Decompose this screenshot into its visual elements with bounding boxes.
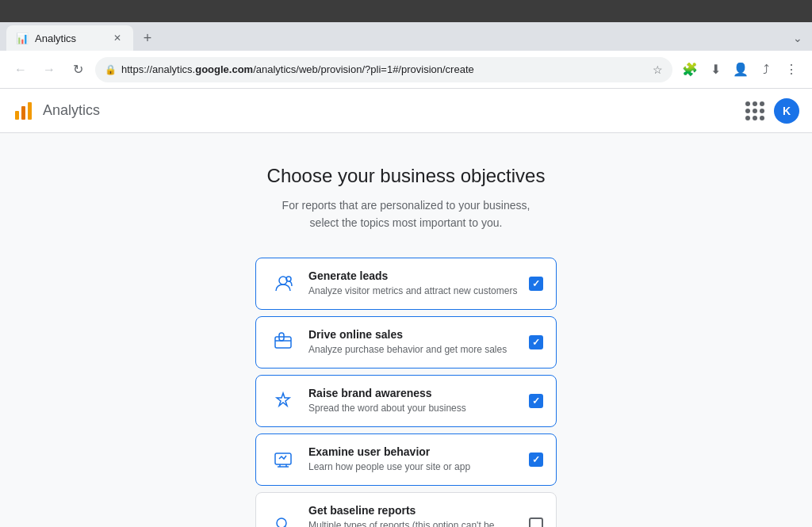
- bookmark-icon[interactable]: ☆: [653, 63, 663, 76]
- menu-button[interactable]: ⋮: [780, 59, 802, 81]
- objective-raise-brand-awareness[interactable]: Raise brand awareness Spread the word ab…: [255, 375, 557, 427]
- svg-rect-0: [15, 111, 19, 120]
- drive-online-sales-checkbox[interactable]: ✓: [529, 335, 543, 349]
- address-input[interactable]: 🔒 https://analytics.google.com/analytics…: [95, 57, 672, 82]
- get-baseline-reports-text: Get baseline reports Multiple types of r…: [308, 504, 518, 527]
- tab-close-button[interactable]: ✕: [111, 32, 124, 44]
- drive-online-sales-icon: [269, 328, 297, 357]
- generate-leads-desc: Analyze visitor metrics and attract new …: [308, 285, 518, 298]
- svg-rect-2: [28, 102, 32, 120]
- objectives-list: Generate leads Analyze visitor metrics a…: [255, 258, 557, 527]
- raise-brand-awareness-text: Raise brand awareness Spread the word ab…: [308, 387, 518, 415]
- browser-chrome: [0, 0, 812, 22]
- app-name: Analytics: [43, 102, 100, 119]
- svg-rect-1: [21, 106, 25, 120]
- examine-user-behavior-checkbox[interactable]: ✓: [529, 453, 543, 467]
- checkmark-icon: ✓: [532, 278, 540, 289]
- objective-generate-leads[interactable]: Generate leads Analyze visitor metrics a…: [255, 258, 557, 310]
- back-nav-button[interactable]: ←: [10, 59, 32, 81]
- examine-user-behavior-title: Examine user behavior: [308, 445, 518, 458]
- drive-online-sales-text: Drive online sales Analyze purchase beha…: [308, 328, 518, 357]
- get-baseline-reports-desc: Multiple types of reports (this option c…: [308, 519, 518, 527]
- lock-icon: 🔒: [105, 64, 117, 75]
- refresh-button[interactable]: ↻: [67, 59, 89, 81]
- svg-rect-5: [275, 337, 291, 348]
- app-logo: Analytics: [13, 100, 100, 122]
- user-avatar[interactable]: K: [774, 98, 799, 124]
- raise-brand-awareness-checkbox[interactable]: ✓: [529, 394, 543, 408]
- tab-favicon: 📊: [16, 32, 29, 44]
- get-baseline-reports-title: Get baseline reports: [308, 504, 518, 517]
- extensions-button[interactable]: 🧩: [679, 59, 701, 81]
- svg-point-11: [277, 518, 286, 527]
- grid-icon: [745, 101, 764, 120]
- checkmark-icon: ✓: [532, 395, 540, 407]
- forward-nav-button[interactable]: →: [38, 59, 60, 81]
- active-tab[interactable]: 📊 Analytics ✕: [6, 25, 133, 51]
- examine-user-behavior-text: Examine user behavior Learn how people u…: [308, 445, 518, 474]
- drive-online-sales-title: Drive online sales: [308, 328, 518, 341]
- generate-leads-icon: [269, 269, 297, 298]
- share-button[interactable]: ⤴: [755, 59, 777, 81]
- examine-user-behavior-desc: Learn how people use your site or app: [308, 460, 518, 474]
- profile-button[interactable]: 👤: [730, 59, 752, 81]
- get-baseline-reports-checkbox[interactable]: [529, 517, 543, 527]
- tab-menu-button[interactable]: ⌄: [790, 29, 806, 48]
- raise-brand-awareness-desc: Spread the word about your business: [308, 402, 518, 415]
- generate-leads-checkbox[interactable]: ✓: [529, 277, 543, 291]
- checkmark-icon: ✓: [532, 337, 540, 348]
- get-baseline-reports-icon: [269, 510, 297, 527]
- url-text: https://analytics.google.com/analytics/w…: [121, 63, 474, 75]
- raise-brand-awareness-title: Raise brand awareness: [308, 387, 518, 399]
- checkmark-icon: ✓: [532, 454, 540, 465]
- tab-bar: 📊 Analytics ✕ + ⌄: [0, 22, 812, 51]
- objective-get-baseline-reports[interactable]: Get baseline reports Multiple types of r…: [255, 492, 557, 527]
- browser-actions: 🧩 ⬇ 👤 ⤴ ⋮: [679, 59, 802, 81]
- downloads-button[interactable]: ⬇: [704, 59, 726, 81]
- new-tab-button[interactable]: +: [136, 27, 159, 49]
- main-content: Choose your business objectives For repo…: [0, 133, 812, 527]
- page-subtitle: For reports that are personalized to you…: [282, 197, 530, 232]
- page-title: Choose your business objectives: [267, 165, 546, 187]
- objective-drive-online-sales[interactable]: Drive online sales Analyze purchase beha…: [255, 316, 557, 369]
- drive-online-sales-desc: Analyze purchase behavior and get more s…: [308, 343, 518, 357]
- address-bar: ← → ↻ 🔒 https://analytics.google.com/ana…: [0, 51, 812, 89]
- svg-point-3: [279, 277, 287, 285]
- generate-leads-title: Generate leads: [308, 269, 518, 282]
- objective-examine-user-behavior[interactable]: Examine user behavior Learn how people u…: [255, 433, 557, 486]
- examine-user-behavior-icon: [269, 445, 297, 474]
- analytics-logo-icon: [13, 100, 35, 122]
- generate-leads-text: Generate leads Analyze visitor metrics a…: [308, 269, 518, 298]
- app-header: Analytics K: [0, 89, 812, 133]
- raise-brand-awareness-icon: [269, 387, 297, 415]
- tab-title: Analytics: [35, 32, 76, 44]
- apps-grid-button[interactable]: [742, 98, 768, 124]
